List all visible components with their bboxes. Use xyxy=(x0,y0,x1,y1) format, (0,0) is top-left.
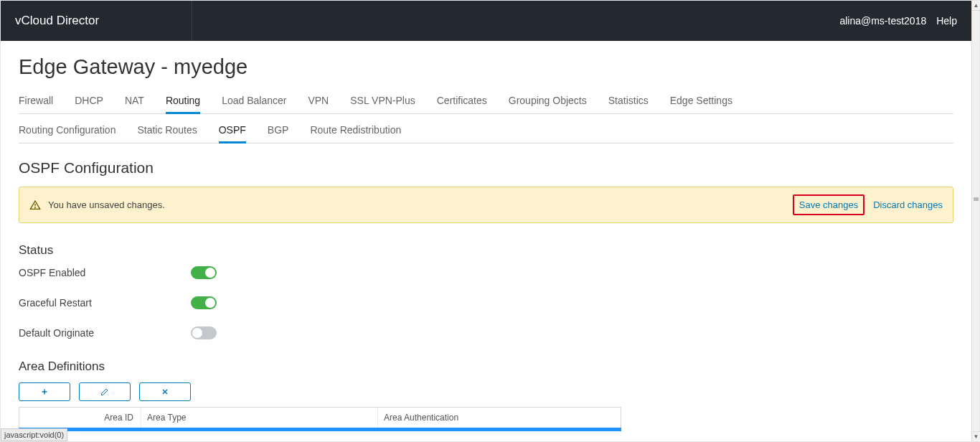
setting-label: OSPF Enabled xyxy=(19,267,191,278)
area-definitions-heading: Area Definitions xyxy=(19,359,953,374)
statusbar-text: javascript:void(0) xyxy=(4,431,64,439)
app-title: vCloud Director xyxy=(15,14,185,28)
delete-area-button[interactable] xyxy=(139,382,191,401)
plus-icon xyxy=(40,387,49,396)
tab-dhcp[interactable]: DHCP xyxy=(75,89,103,114)
edit-area-button[interactable] xyxy=(79,382,131,401)
setting-label: Graceful Restart xyxy=(19,297,191,309)
scroll-track[interactable] xyxy=(972,11,979,431)
vertical-scrollbar[interactable]: ▲ ▼ xyxy=(971,1,979,441)
tab-vpn[interactable]: VPN xyxy=(308,89,329,114)
scroll-down-arrow[interactable]: ▼ xyxy=(972,431,980,441)
secondary-tabs: Routing ConfigurationStatic RoutesOSPFBG… xyxy=(19,118,953,144)
subtab-routing-configuration[interactable]: Routing Configuration xyxy=(19,118,116,144)
area-definitions-table: Area ID Area Type Area Authentication xyxy=(19,407,621,428)
setting-graceful-restart: Graceful Restart xyxy=(19,296,953,309)
tab-firewall[interactable]: Firewall xyxy=(19,89,53,114)
scroll-up-arrow[interactable]: ▲ xyxy=(972,1,980,11)
tab-nat[interactable]: NAT xyxy=(125,89,144,114)
alert-message: You have unsaved changes. xyxy=(48,199,165,210)
setting-default-originate: Default Originate xyxy=(19,326,953,339)
setting-ospf-enabled: OSPF Enabled xyxy=(19,266,953,279)
subtab-bgp[interactable]: BGP xyxy=(268,118,289,144)
subtab-route-redistribution[interactable]: Route Redistribution xyxy=(310,118,401,144)
discard-changes-button[interactable]: Discard changes xyxy=(873,199,943,210)
column-header-area-id[interactable]: Area ID xyxy=(19,408,141,428)
toggle-default-originate[interactable] xyxy=(191,326,217,339)
setting-label: Default Originate xyxy=(19,327,191,339)
toggle-graceful-restart[interactable] xyxy=(191,296,217,309)
app-header: vCloud Director alina@ms-test2018 Help xyxy=(1,1,971,41)
help-link[interactable]: Help xyxy=(936,15,957,27)
browser-statusbar: javascript:void(0) xyxy=(1,428,67,441)
warning-icon xyxy=(29,199,41,211)
tab-statistics[interactable]: Statistics xyxy=(608,89,649,114)
unsaved-changes-alert: You have unsaved changes. Save changes D… xyxy=(19,187,953,223)
save-changes-button[interactable]: Save changes xyxy=(793,194,864,215)
add-area-button[interactable] xyxy=(19,382,70,401)
subtab-static-routes[interactable]: Static Routes xyxy=(137,118,197,144)
column-header-area-auth[interactable]: Area Authentication xyxy=(378,408,621,428)
tab-load-balancer[interactable]: Load Balancer xyxy=(222,89,286,114)
pencil-icon xyxy=(100,387,109,396)
user-menu[interactable]: alina@ms-test2018 xyxy=(839,15,926,27)
scroll-marker xyxy=(974,197,979,201)
toggle-ospf-enabled[interactable] xyxy=(191,266,217,279)
table-loading-indicator xyxy=(19,428,621,431)
svg-point-1 xyxy=(35,207,36,207)
page-title: Edge Gateway - myedge xyxy=(19,55,953,79)
section-heading: OSPF Configuration xyxy=(19,159,953,177)
subtab-ospf[interactable]: OSPF xyxy=(219,118,246,144)
column-header-area-type[interactable]: Area Type xyxy=(141,408,378,428)
tab-ssl-vpn-plus[interactable]: SSL VPN-Plus xyxy=(350,89,415,114)
x-icon xyxy=(161,387,169,396)
tab-certificates[interactable]: Certificates xyxy=(437,89,487,114)
status-heading: Status xyxy=(19,243,953,258)
primary-tabs: FirewallDHCPNATRoutingLoad BalancerVPNSS… xyxy=(19,89,953,114)
tab-routing[interactable]: Routing xyxy=(166,89,200,114)
tab-grouping-objects[interactable]: Grouping Objects xyxy=(509,89,587,114)
tab-edge-settings[interactable]: Edge Settings xyxy=(670,89,732,114)
